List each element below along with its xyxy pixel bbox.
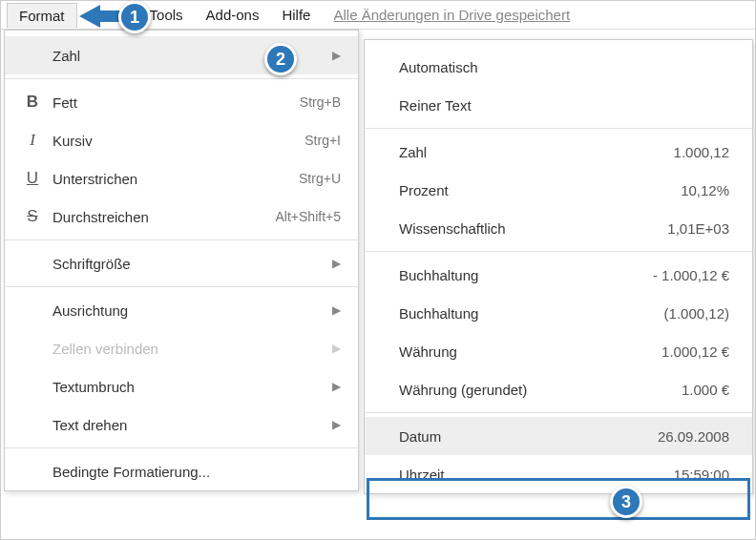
italic-icon: I [18, 131, 47, 150]
menuitem-kursiv[interactable]: I Kursiv Strg+I [5, 121, 358, 159]
menuitem-zellen-verbinden: Zellen verbinden ▶ [5, 329, 358, 367]
format-label: Währung [399, 343, 662, 360]
menuitem-textumbruch[interactable]: Textumbruch ▶ [5, 367, 358, 405]
format-label: Buchhaltung [399, 267, 653, 283]
format-example: (1.000,12) [664, 305, 729, 322]
submenu-arrow-icon: ▶ [332, 380, 341, 393]
format-example: 26.09.2008 [658, 428, 729, 445]
underline-icon: U [18, 169, 47, 188]
step-badge-1: 1 [118, 1, 151, 33]
format-label: Währung (gerundet) [399, 382, 682, 398]
shortcut-text: Alt+Shift+5 [276, 209, 342, 224]
menuitem-label: Durchstreichen [47, 209, 276, 225]
submenu-arrow-icon: ▶ [332, 303, 341, 317]
format-example: 15:59:00 [674, 467, 729, 483]
format-buchhaltung-1[interactable]: Buchhaltung - 1.000,12 € [365, 256, 752, 294]
format-label: Uhrzeit [399, 467, 674, 483]
format-label: Zahl [399, 144, 674, 160]
strikethrough-icon: S [18, 207, 47, 226]
save-status-link[interactable]: Alle Änderungen in Drive gespeichert [333, 7, 570, 23]
format-prozent[interactable]: Prozent 10,12% [365, 171, 752, 209]
submenu-arrow-icon: ▶ [332, 257, 341, 270]
step-badge-3: 3 [610, 486, 642, 518]
format-label: Automatisch [399, 59, 729, 75]
menuitem-ausrichtung[interactable]: Ausrichtung ▶ [5, 291, 358, 329]
format-label: Buchhaltung [399, 305, 664, 322]
menuitem-label: Kursiv [47, 133, 304, 149]
format-label: Reiner Text [399, 97, 729, 114]
menuitem-label: Fett [47, 94, 300, 111]
menuitem-fett[interactable]: B Fett Strg+B [5, 83, 358, 121]
menuitem-label: Ausrichtung [47, 302, 332, 319]
menuitem-schriftgroesse[interactable]: Schriftgröße ▶ [5, 244, 358, 282]
menuitem-label: Unterstrichen [47, 171, 299, 187]
annotation-arrow-icon [79, 5, 100, 28]
submenu-arrow-icon: ▶ [332, 49, 341, 62]
format-wissenschaftlich[interactable]: Wissenschaftlich 1,01E+03 [365, 209, 752, 247]
format-example: 1.000 € [682, 382, 729, 398]
format-waehrung[interactable]: Währung 1.000,12 € [365, 332, 752, 370]
menuitem-label: Schriftgröße [47, 256, 332, 272]
format-label: Wissenschaftlich [399, 220, 667, 237]
format-label: Prozent [399, 182, 681, 198]
menuitem-text-drehen[interactable]: Text drehen ▶ [5, 405, 358, 444]
menuitem-label: Zellen verbinden [47, 341, 332, 357]
format-datum[interactable]: Datum 26.09.2008 [365, 417, 752, 455]
menuitem-unterstrichen[interactable]: U Unterstrichen Strg+U [5, 159, 358, 197]
submenu-arrow-icon: ▶ [332, 342, 341, 355]
menuitem-label: Textumbruch [47, 379, 332, 395]
menuitem-zahl[interactable]: Zahl ▶ [5, 36, 358, 74]
menuitem-label: Text drehen [47, 417, 332, 433]
menu-addons[interactable]: Add-ons [195, 3, 271, 27]
format-example: 10,12% [681, 182, 729, 198]
menuitem-label: Bedingte Formatierung... [47, 464, 341, 480]
format-uhrzeit[interactable]: Uhrzeit 15:59:00 [365, 455, 752, 493]
format-automatisch[interactable]: Automatisch [365, 48, 752, 86]
bold-icon: B [18, 93, 47, 112]
shortcut-text: Strg+B [300, 94, 341, 110]
format-label: Datum [399, 428, 658, 445]
menu-format[interactable]: Format [7, 3, 77, 28]
format-example: - 1.000,12 € [653, 267, 729, 283]
submenu-arrow-icon: ▶ [332, 418, 341, 431]
shortcut-text: Strg+U [299, 171, 341, 186]
zahl-submenu: Automatisch Reiner Text Zahl 1.000,12 Pr… [364, 39, 753, 494]
format-buchhaltung-2[interactable]: Buchhaltung (1.000,12) [365, 294, 752, 332]
menuitem-bedingte-formatierung[interactable]: Bedingte Formatierung... [5, 452, 358, 490]
step-badge-2: 2 [264, 43, 297, 75]
format-reiner-text[interactable]: Reiner Text [365, 86, 752, 124]
format-example: 1.000,12 [674, 144, 729, 160]
format-menu-dropdown: Zahl ▶ B Fett Strg+B I Kursiv Strg+I U U… [4, 30, 359, 491]
format-waehrung-gerundet[interactable]: Währung (gerundet) 1.000 € [365, 370, 752, 408]
menuitem-durchstreichen[interactable]: S Durchstreichen Alt+Shift+5 [5, 197, 358, 236]
format-zahl[interactable]: Zahl 1.000,12 [365, 133, 752, 171]
format-example: 1.000,12 € [662, 343, 729, 360]
format-example: 1,01E+03 [667, 220, 729, 237]
menu-hilfe[interactable]: Hilfe [270, 3, 322, 27]
shortcut-text: Strg+I [304, 133, 341, 148]
